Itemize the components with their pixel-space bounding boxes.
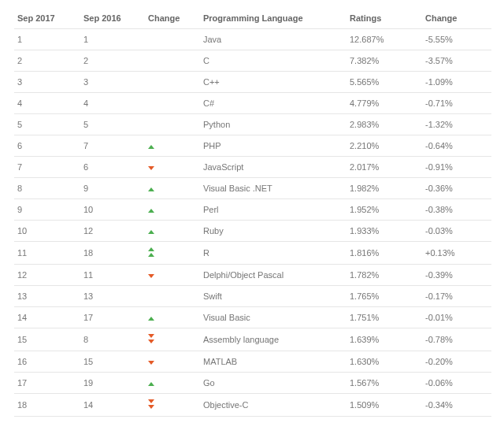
cell-sep2016: 3 [80, 72, 145, 93]
cell-trend [145, 373, 200, 394]
cell-sep2017: 17 [14, 373, 80, 394]
chevron-up-icon [148, 187, 154, 191]
table-row: 44C#4.779%-0.71% [14, 93, 491, 114]
ranking-table: Sep 2017 Sep 2016 Change Programming Lan… [14, 8, 491, 423]
cell-sep2017: 14 [14, 307, 80, 328]
cell-sep2017: 15 [14, 328, 80, 351]
cell-trend [145, 286, 200, 307]
table-row: 1719Go1.567%-0.06% [14, 373, 491, 394]
cell-ratings: 7.382% [346, 50, 422, 72]
cell-ratings: 1.933% [346, 221, 422, 242]
cell-trend [145, 394, 200, 417]
cell-ratings: 2.017% [346, 157, 422, 178]
chevron-double-down-icon [148, 334, 154, 343]
cell-sep2017: 1 [14, 29, 80, 50]
table-row: 1012Ruby1.933%-0.03% [14, 221, 491, 242]
cell-change: -0.17% [422, 286, 491, 307]
cell-trend [145, 417, 200, 424]
cell-sep2017: 5 [14, 114, 80, 135]
table-row: 55Python2.983%-1.32% [14, 114, 491, 135]
cell-ratings: 5.565% [346, 72, 422, 93]
table-row: 67PHP2.210%-0.64% [14, 135, 491, 157]
cell-language: Swift [200, 286, 346, 307]
cell-trend [145, 29, 200, 50]
cell-change: -5.55% [422, 29, 491, 50]
cell-ratings: 1.567% [346, 373, 422, 394]
cell-change: -0.01% [422, 307, 491, 328]
table-row: 1920PL/SQL1.484%+0.04% [14, 417, 491, 424]
cell-language: Visual Basic [200, 307, 346, 328]
cell-language: Visual Basic .NET [200, 178, 346, 199]
chevron-down-icon [148, 166, 154, 170]
cell-language: C# [200, 93, 346, 114]
cell-language: Java [200, 29, 346, 50]
cell-ratings: 1.982% [346, 178, 422, 199]
cell-change: -0.91% [422, 157, 491, 178]
cell-sep2017: 9 [14, 199, 80, 221]
cell-sep2016: 17 [80, 307, 145, 328]
cell-ratings: 4.779% [346, 93, 422, 114]
chevron-up-icon [148, 317, 154, 321]
cell-trend [145, 50, 200, 72]
cell-sep2017: 10 [14, 221, 80, 242]
cell-sep2016: 2 [80, 50, 145, 72]
cell-ratings: 2.983% [346, 114, 422, 135]
table-row: 1313Swift1.765%-0.17% [14, 286, 491, 307]
cell-sep2017: 19 [14, 417, 80, 424]
cell-ratings: 1.509% [346, 394, 422, 417]
cell-language: C++ [200, 72, 346, 93]
cell-language: Python [200, 114, 346, 135]
table-row: 22C7.382%-3.57% [14, 50, 491, 72]
cell-change: -0.64% [422, 135, 491, 157]
header-sep2016: Sep 2016 [80, 8, 145, 29]
cell-language: PL/SQL [200, 417, 346, 424]
cell-language: MATLAB [200, 351, 346, 373]
table-row: 1118R1.816%+0.13% [14, 242, 491, 265]
cell-trend [145, 199, 200, 221]
cell-trend [145, 307, 200, 328]
cell-trend [145, 242, 200, 265]
cell-trend [145, 265, 200, 286]
chevron-down-icon [148, 274, 154, 278]
cell-sep2016: 18 [80, 242, 145, 265]
cell-change: -0.39% [422, 265, 491, 286]
header-ratings: Ratings [346, 8, 422, 29]
cell-sep2017: 13 [14, 286, 80, 307]
cell-language: PHP [200, 135, 346, 157]
table-row: 33C++5.565%-1.09% [14, 72, 491, 93]
cell-sep2017: 12 [14, 265, 80, 286]
cell-trend [145, 157, 200, 178]
cell-language: JavaScript [200, 157, 346, 178]
cell-ratings: 1.484% [346, 417, 422, 424]
cell-sep2016: 6 [80, 157, 145, 178]
cell-sep2017: 6 [14, 135, 80, 157]
cell-trend [145, 114, 200, 135]
cell-sep2016: 1 [80, 29, 145, 50]
cell-ratings: 2.210% [346, 135, 422, 157]
table-row: 910Perl1.952%-0.38% [14, 199, 491, 221]
cell-language: Perl [200, 199, 346, 221]
table-row: 158Assembly language1.639%-0.78% [14, 328, 491, 351]
cell-trend [145, 178, 200, 199]
chevron-down-icon [148, 361, 154, 365]
table-row: 1211Delphi/Object Pascal1.782%-0.39% [14, 265, 491, 286]
cell-sep2017: 16 [14, 351, 80, 373]
table-row: 1417Visual Basic1.751%-0.01% [14, 307, 491, 328]
cell-sep2017: 8 [14, 178, 80, 199]
table-row: 1814Objective-C1.509%-0.34% [14, 394, 491, 417]
header-changeicon: Change [145, 8, 200, 29]
cell-language: Delphi/Object Pascal [200, 265, 346, 286]
cell-sep2016: 4 [80, 93, 145, 114]
cell-change: -0.78% [422, 328, 491, 351]
cell-sep2016: 8 [80, 328, 145, 351]
cell-sep2017: 18 [14, 394, 80, 417]
cell-change: -0.34% [422, 394, 491, 417]
cell-change: -0.20% [422, 351, 491, 373]
table-row: 76JavaScript2.017%-0.91% [14, 157, 491, 178]
cell-change: -0.03% [422, 221, 491, 242]
cell-change: -3.57% [422, 50, 491, 72]
cell-sep2017: 2 [14, 50, 80, 72]
cell-language: Objective-C [200, 394, 346, 417]
cell-ratings: 1.630% [346, 351, 422, 373]
cell-sep2017: 4 [14, 93, 80, 114]
